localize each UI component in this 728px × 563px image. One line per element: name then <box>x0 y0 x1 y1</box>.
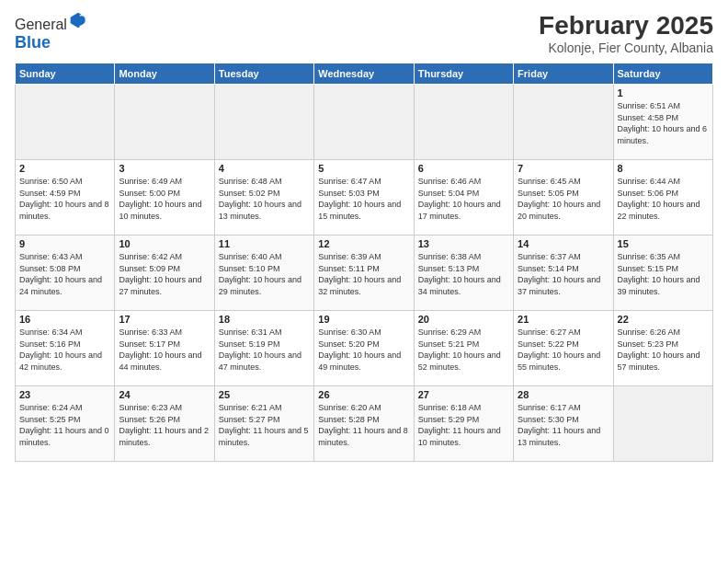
table-row <box>613 386 712 462</box>
day-info: Sunrise: 6:39 AM Sunset: 5:11 PM Dayligh… <box>318 251 409 297</box>
day-number: 11 <box>219 238 310 249</box>
table-row: 24Sunrise: 6:23 AM Sunset: 5:26 PM Dayli… <box>115 386 214 462</box>
table-row <box>414 85 513 160</box>
table-row: 5Sunrise: 6:47 AM Sunset: 5:03 PM Daylig… <box>314 160 414 236</box>
table-row: 1Sunrise: 6:51 AM Sunset: 4:58 PM Daylig… <box>613 85 712 160</box>
col-thursday: Thursday <box>414 63 513 85</box>
table-row <box>214 85 313 160</box>
col-monday: Monday <box>115 63 214 85</box>
day-info: Sunrise: 6:17 AM Sunset: 5:30 PM Dayligh… <box>518 402 609 448</box>
day-info: Sunrise: 6:29 AM Sunset: 5:21 PM Dayligh… <box>418 327 509 373</box>
day-number: 24 <box>119 389 210 400</box>
table-row: 17Sunrise: 6:33 AM Sunset: 5:17 PM Dayli… <box>115 311 214 386</box>
day-info: Sunrise: 6:18 AM Sunset: 5:29 PM Dayligh… <box>418 402 509 448</box>
day-info: Sunrise: 6:37 AM Sunset: 5:14 PM Dayligh… <box>518 251 609 297</box>
day-info: Sunrise: 6:44 AM Sunset: 5:06 PM Dayligh… <box>618 176 709 222</box>
day-info: Sunrise: 6:49 AM Sunset: 5:00 PM Dayligh… <box>119 176 210 222</box>
table-row <box>514 85 613 160</box>
day-info: Sunrise: 6:24 AM Sunset: 5:25 PM Dayligh… <box>19 402 110 448</box>
day-number: 1 <box>618 87 709 98</box>
table-row: 25Sunrise: 6:21 AM Sunset: 5:27 PM Dayli… <box>214 386 313 462</box>
table-row: 23Sunrise: 6:24 AM Sunset: 5:25 PM Dayli… <box>16 386 115 462</box>
day-info: Sunrise: 6:33 AM Sunset: 5:17 PM Dayligh… <box>119 327 210 373</box>
title-block: February 2025 Kolonje, Fier County, Alba… <box>539 11 713 55</box>
day-info: Sunrise: 6:34 AM Sunset: 5:16 PM Dayligh… <box>19 327 110 373</box>
day-number: 26 <box>318 389 409 400</box>
day-number: 13 <box>418 238 509 249</box>
day-info: Sunrise: 6:21 AM Sunset: 5:27 PM Dayligh… <box>219 402 310 448</box>
col-tuesday: Tuesday <box>214 63 313 85</box>
day-info: Sunrise: 6:40 AM Sunset: 5:10 PM Dayligh… <box>219 251 310 297</box>
day-number: 15 <box>618 238 709 249</box>
day-number: 7 <box>518 163 609 174</box>
day-info: Sunrise: 6:38 AM Sunset: 5:13 PM Dayligh… <box>418 251 509 297</box>
logo: General Blue <box>15 11 87 52</box>
day-info: Sunrise: 6:51 AM Sunset: 4:58 PM Dayligh… <box>618 100 709 146</box>
day-number: 17 <box>119 314 210 325</box>
day-number: 25 <box>219 389 310 400</box>
col-wednesday: Wednesday <box>314 63 414 85</box>
day-info: Sunrise: 6:23 AM Sunset: 5:26 PM Dayligh… <box>119 402 210 448</box>
day-number: 4 <box>219 163 310 174</box>
day-number: 22 <box>618 314 709 325</box>
calendar-week-row: 23Sunrise: 6:24 AM Sunset: 5:25 PM Dayli… <box>16 386 713 462</box>
table-row: 3Sunrise: 6:49 AM Sunset: 5:00 PM Daylig… <box>115 160 214 236</box>
month-title: February 2025 <box>539 11 713 40</box>
day-number: 23 <box>19 389 110 400</box>
col-sunday: Sunday <box>16 63 115 85</box>
calendar-week-row: 1Sunrise: 6:51 AM Sunset: 4:58 PM Daylig… <box>16 85 713 160</box>
day-number: 9 <box>19 238 110 249</box>
table-row: 20Sunrise: 6:29 AM Sunset: 5:21 PM Dayli… <box>414 311 513 386</box>
calendar-week-row: 9Sunrise: 6:43 AM Sunset: 5:08 PM Daylig… <box>16 236 713 311</box>
day-number: 5 <box>318 163 409 174</box>
table-row <box>115 85 214 160</box>
logo-icon <box>69 11 87 29</box>
day-number: 27 <box>418 389 509 400</box>
day-number: 21 <box>518 314 609 325</box>
logo-blue-text: Blue <box>15 33 51 52</box>
table-row: 10Sunrise: 6:42 AM Sunset: 5:09 PM Dayli… <box>115 236 214 311</box>
header: General Blue February 2025 Kolonje, Fier… <box>15 11 713 55</box>
day-info: Sunrise: 6:20 AM Sunset: 5:28 PM Dayligh… <box>318 402 409 448</box>
table-row: 19Sunrise: 6:30 AM Sunset: 5:20 PM Dayli… <box>314 311 414 386</box>
table-row: 13Sunrise: 6:38 AM Sunset: 5:13 PM Dayli… <box>414 236 513 311</box>
table-row: 4Sunrise: 6:48 AM Sunset: 5:02 PM Daylig… <box>214 160 313 236</box>
table-row: 28Sunrise: 6:17 AM Sunset: 5:30 PM Dayli… <box>514 386 613 462</box>
location-subtitle: Kolonje, Fier County, Albania <box>539 40 713 55</box>
day-info: Sunrise: 6:27 AM Sunset: 5:22 PM Dayligh… <box>518 327 609 373</box>
table-row: 8Sunrise: 6:44 AM Sunset: 5:06 PM Daylig… <box>613 160 712 236</box>
day-number: 8 <box>618 163 709 174</box>
day-info: Sunrise: 6:46 AM Sunset: 5:04 PM Dayligh… <box>418 176 509 222</box>
table-row: 22Sunrise: 6:26 AM Sunset: 5:23 PM Dayli… <box>613 311 712 386</box>
day-info: Sunrise: 6:48 AM Sunset: 5:02 PM Dayligh… <box>219 176 310 222</box>
logo-general-text: General <box>15 17 67 32</box>
day-number: 12 <box>318 238 409 249</box>
table-row <box>314 85 414 160</box>
day-number: 3 <box>119 163 210 174</box>
day-number: 20 <box>418 314 509 325</box>
col-saturday: Saturday <box>613 63 712 85</box>
table-row: 9Sunrise: 6:43 AM Sunset: 5:08 PM Daylig… <box>16 236 115 311</box>
day-info: Sunrise: 6:50 AM Sunset: 4:59 PM Dayligh… <box>19 176 110 222</box>
table-row: 15Sunrise: 6:35 AM Sunset: 5:15 PM Dayli… <box>613 236 712 311</box>
day-info: Sunrise: 6:45 AM Sunset: 5:05 PM Dayligh… <box>518 176 609 222</box>
table-row: 18Sunrise: 6:31 AM Sunset: 5:19 PM Dayli… <box>214 311 313 386</box>
day-info: Sunrise: 6:47 AM Sunset: 5:03 PM Dayligh… <box>318 176 409 222</box>
calendar-week-row: 2Sunrise: 6:50 AM Sunset: 4:59 PM Daylig… <box>16 160 713 236</box>
day-number: 2 <box>19 163 110 174</box>
day-number: 14 <box>518 238 609 249</box>
table-row: 11Sunrise: 6:40 AM Sunset: 5:10 PM Dayli… <box>214 236 313 311</box>
day-info: Sunrise: 6:43 AM Sunset: 5:08 PM Dayligh… <box>19 251 110 297</box>
day-number: 28 <box>518 389 609 400</box>
day-number: 18 <box>219 314 310 325</box>
day-number: 19 <box>318 314 409 325</box>
table-row: 26Sunrise: 6:20 AM Sunset: 5:28 PM Dayli… <box>314 386 414 462</box>
table-row: 7Sunrise: 6:45 AM Sunset: 5:05 PM Daylig… <box>514 160 613 236</box>
day-info: Sunrise: 6:35 AM Sunset: 5:15 PM Dayligh… <box>618 251 709 297</box>
col-friday: Friday <box>514 63 613 85</box>
day-number: 10 <box>119 238 210 249</box>
table-row <box>16 85 115 160</box>
day-info: Sunrise: 6:31 AM Sunset: 5:19 PM Dayligh… <box>219 327 310 373</box>
calendar-week-row: 16Sunrise: 6:34 AM Sunset: 5:16 PM Dayli… <box>16 311 713 386</box>
day-info: Sunrise: 6:26 AM Sunset: 5:23 PM Dayligh… <box>618 327 709 373</box>
